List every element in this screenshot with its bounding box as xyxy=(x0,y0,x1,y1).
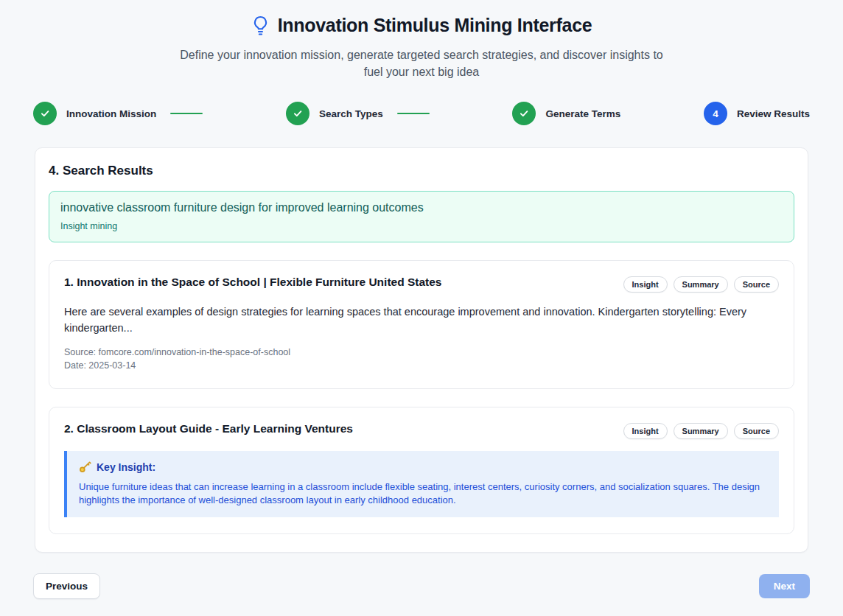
step-review-results[interactable]: 4 Review Results xyxy=(704,102,810,125)
result-date: Date: 2025-03-14 xyxy=(64,360,779,373)
step-connector xyxy=(170,113,203,115)
search-results-panel: 4. Search Results innovative classroom f… xyxy=(35,147,808,553)
step-label: Innovation Mission xyxy=(66,108,156,119)
step-complete-indicator xyxy=(33,102,57,125)
badge-insight[interactable]: Insight xyxy=(623,423,668,439)
panel-heading: 4. Search Results xyxy=(49,164,794,178)
step-active-indicator: 4 xyxy=(704,102,727,125)
step-search-types[interactable]: Search Types xyxy=(286,102,430,125)
query-tag: Insight mining xyxy=(60,221,783,231)
badge-summary[interactable]: Summary xyxy=(674,423,728,439)
step-label: Search Types xyxy=(319,108,383,119)
badge-summary[interactable]: Summary xyxy=(674,276,728,293)
result-card-1: 1. Innovation in the Space of School | F… xyxy=(49,260,794,389)
result-badges: Insight Summary Source xyxy=(623,423,780,439)
step-label: Generate Terms xyxy=(545,108,620,119)
badge-insight[interactable]: Insight xyxy=(623,276,668,293)
step-connector xyxy=(397,113,430,115)
key-insight-box: Key Insight: Unique furniture ideas that… xyxy=(64,451,779,517)
key-icon xyxy=(79,461,91,473)
query-text: innovative classroom furniture design fo… xyxy=(60,201,783,214)
result-snippet: Here are several examples of design stra… xyxy=(64,304,749,336)
wizard-stepper: Innovation Mission Search Types Generate… xyxy=(33,102,810,125)
previous-button[interactable]: Previous xyxy=(33,573,100,599)
step-label: Review Results xyxy=(737,108,810,119)
page-subtitle: Define your innovation mission, generate… xyxy=(171,46,672,80)
check-icon xyxy=(519,108,529,119)
badge-source[interactable]: Source xyxy=(734,276,779,293)
step-complete-indicator xyxy=(286,102,309,125)
lightbulb-icon xyxy=(251,15,270,37)
key-insight-text: Unique furniture ideas that can increase… xyxy=(79,480,764,506)
check-icon xyxy=(293,108,303,119)
result-source: Source: fomcore.com/innovation-in-the-sp… xyxy=(64,346,779,360)
result-title: 2. Classroom Layout Guide - Early Learni… xyxy=(64,422,353,435)
step-number: 4 xyxy=(713,108,718,119)
step-innovation-mission[interactable]: Innovation Mission xyxy=(33,102,203,125)
key-insight-label: Key Insight: xyxy=(97,461,155,473)
step-generate-terms[interactable]: Generate Terms xyxy=(512,102,620,125)
page-header: Innovation Stimulus Mining Interface Def… xyxy=(0,0,843,80)
result-meta: Source: fomcore.com/innovation-in-the-sp… xyxy=(64,346,779,372)
next-button[interactable]: Next xyxy=(759,574,810,598)
step-complete-indicator xyxy=(512,102,536,125)
page-title: Innovation Stimulus Mining Interface xyxy=(278,15,592,36)
wizard-footer: Previous Next xyxy=(33,573,810,599)
query-card[interactable]: innovative classroom furniture design fo… xyxy=(49,191,794,242)
badge-source[interactable]: Source xyxy=(734,423,779,439)
result-title: 1. Innovation in the Space of School | F… xyxy=(64,276,441,289)
result-badges: Insight Summary Source xyxy=(623,276,780,293)
result-card-2: 2. Classroom Layout Guide - Early Learni… xyxy=(49,407,794,534)
check-icon xyxy=(40,108,50,119)
